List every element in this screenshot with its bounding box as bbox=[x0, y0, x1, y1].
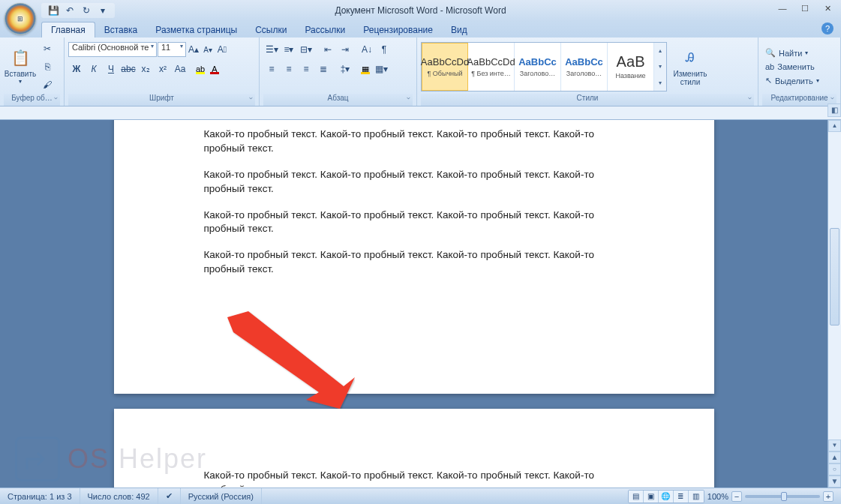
ruler[interactable] bbox=[0, 106, 841, 120]
tab-home[interactable]: Главная bbox=[41, 22, 95, 38]
ruler-toggle-icon[interactable]: ◧ bbox=[827, 104, 841, 117]
font-name-combo[interactable]: Calibri (Основной те bbox=[68, 42, 157, 57]
style-heading1[interactable]: AaBbCcЗаголово… bbox=[515, 43, 561, 91]
change-styles-icon: Ꭿ bbox=[680, 47, 701, 68]
help-icon[interactable]: ? bbox=[821, 22, 833, 34]
cut-icon[interactable]: ✂ bbox=[39, 40, 56, 57]
italic-button[interactable]: К bbox=[86, 61, 102, 77]
styles-gallery[interactable]: AaBbCcDd¶ Обычный AaBbCcDd¶ Без инте… Aa… bbox=[421, 42, 667, 92]
view-full-screen-icon[interactable]: ▣ bbox=[644, 490, 659, 502]
group-label-clipboard: Буфер об… bbox=[4, 94, 60, 106]
style-title[interactable]: АаВНазвание bbox=[608, 43, 654, 91]
tab-references[interactable]: Ссылки bbox=[246, 22, 296, 38]
view-print-layout-icon[interactable]: ▤ bbox=[629, 490, 644, 502]
format-painter-icon[interactable]: 🖌 bbox=[39, 76, 56, 93]
shrink-font-icon[interactable]: A▾ bbox=[201, 41, 215, 58]
zoom-level[interactable]: 100% bbox=[707, 492, 728, 501]
view-outline-icon[interactable]: ≣ bbox=[674, 490, 689, 502]
change-styles-button[interactable]: Ꭿ Изменить стили bbox=[669, 40, 711, 93]
line-spacing-icon[interactable]: ‡▾ bbox=[337, 61, 353, 77]
document-scroll[interactable]: Какой-то пробный текст. Какой-то пробный… bbox=[0, 120, 827, 488]
group-label-paragraph: Абзац bbox=[263, 94, 413, 106]
ribbon-tabs: Главная Вставка Разметка страницы Ссылки… bbox=[0, 21, 841, 38]
show-marks-icon[interactable]: ¶ bbox=[376, 41, 392, 58]
scroll-down-icon[interactable]: ▼ bbox=[828, 440, 841, 452]
font-size-combo[interactable]: 11 bbox=[158, 42, 186, 57]
scroll-up-icon[interactable]: ▲ bbox=[828, 120, 841, 132]
scroll-thumb[interactable] bbox=[830, 228, 839, 326]
change-case-button[interactable]: Aa bbox=[172, 61, 188, 77]
clear-format-icon[interactable]: A⃠ bbox=[215, 41, 229, 58]
subscript-button[interactable]: x₂ bbox=[137, 61, 154, 77]
zoom-in-button[interactable]: + bbox=[823, 491, 833, 502]
sort-icon[interactable]: A↓ bbox=[359, 41, 375, 58]
bullets-icon[interactable]: ☰▾ bbox=[263, 41, 280, 58]
maximize-button[interactable]: ☐ bbox=[794, 2, 815, 15]
numbering-icon[interactable]: ≡▾ bbox=[281, 41, 297, 58]
tab-review[interactable]: Рецензирование bbox=[354, 22, 442, 38]
group-paragraph: ☰▾ ≡▾ ⊟▾ ⇤ ⇥ A↓ ¶ ≡ ≡ ≡ ≣ ‡▾ ▦ ▦▾ bbox=[260, 38, 417, 106]
undo-icon[interactable]: ↶ bbox=[64, 4, 76, 16]
style-heading2[interactable]: AaBbCcЗаголово… bbox=[561, 43, 608, 91]
copy-icon[interactable]: ⎘ bbox=[39, 58, 56, 75]
paragraph[interactable]: Какой-то пробный текст. Какой-то пробный… bbox=[204, 469, 624, 488]
tab-mailings[interactable]: Рассылки bbox=[296, 22, 354, 38]
align-center-icon[interactable]: ≡ bbox=[281, 61, 297, 77]
title-bar: ⊞ 💾 ↶ ↻ ▾ Документ Microsoft Word - Micr… bbox=[0, 0, 841, 21]
document-area: Какой-то пробный текст. Какой-то пробный… bbox=[0, 120, 827, 488]
paste-button[interactable]: 📋 Вставить ▾ bbox=[4, 40, 37, 92]
minimize-button[interactable]: — bbox=[772, 2, 793, 15]
styles-more[interactable]: ▴▾▾ bbox=[654, 43, 666, 91]
group-editing: 🔍Найти▾ abЗаменить ↖Выделить▾ Редактиров… bbox=[758, 38, 841, 106]
save-icon[interactable]: 💾 bbox=[47, 4, 59, 16]
zoom-thumb[interactable] bbox=[781, 492, 787, 501]
prev-page-icon[interactable]: ▲ bbox=[828, 452, 841, 464]
status-language[interactable]: Русский (Россия) bbox=[181, 488, 262, 504]
tab-page-layout[interactable]: Разметка страницы bbox=[146, 22, 246, 38]
vertical-scrollbar[interactable]: ◧ ▲ ▼ ▲ ○ ▼ bbox=[827, 120, 841, 488]
shading-icon[interactable]: ▦ bbox=[359, 62, 372, 76]
redo-icon[interactable]: ↻ bbox=[80, 4, 92, 16]
font-color-button[interactable]: A bbox=[208, 62, 221, 76]
zoom-slider: − + bbox=[731, 491, 833, 502]
justify-icon[interactable]: ≣ bbox=[315, 61, 332, 77]
align-left-icon[interactable]: ≡ bbox=[263, 61, 280, 77]
next-page-icon[interactable]: ▼ bbox=[828, 476, 841, 488]
qat-more-icon[interactable]: ▾ bbox=[97, 4, 109, 16]
paragraph[interactable]: Какой-то пробный текст. Какой-то пробный… bbox=[204, 248, 624, 277]
find-icon: 🔍 bbox=[765, 48, 776, 58]
status-proofing[interactable]: ✔ bbox=[158, 488, 181, 504]
zoom-out-button[interactable]: − bbox=[731, 491, 742, 502]
paragraph[interactable]: Какой-то пробный текст. Какой-то пробный… bbox=[204, 208, 624, 237]
view-web-icon[interactable]: 🌐 bbox=[659, 490, 674, 502]
tab-insert[interactable]: Вставка bbox=[95, 22, 147, 38]
paragraph[interactable]: Какой-то пробный текст. Какой-то пробный… bbox=[204, 168, 624, 196]
highlight-color-button[interactable]: ab bbox=[194, 62, 207, 76]
select-button[interactable]: ↖Выделить▾ bbox=[762, 74, 822, 87]
tab-view[interactable]: Вид bbox=[442, 22, 476, 38]
close-button[interactable]: ✕ bbox=[817, 2, 838, 15]
quick-access-toolbar: 💾 ↶ ↻ ▾ bbox=[41, 3, 115, 18]
find-button[interactable]: 🔍Найти▾ bbox=[762, 46, 822, 59]
bold-button[interactable]: Ж bbox=[68, 61, 85, 77]
multilevel-icon[interactable]: ⊟▾ bbox=[298, 41, 314, 58]
replace-button[interactable]: abЗаменить bbox=[762, 61, 822, 73]
borders-icon[interactable]: ▦▾ bbox=[373, 61, 389, 77]
superscript-button[interactable]: x² bbox=[155, 61, 171, 77]
group-font: Calibri (Основной те 11 A▴ A▾ A⃠ Ж К Ч a… bbox=[65, 38, 260, 106]
strike-button[interactable]: abc bbox=[120, 61, 137, 77]
status-word-count[interactable]: Число слов: 492 bbox=[80, 488, 158, 504]
align-right-icon[interactable]: ≡ bbox=[298, 61, 314, 77]
status-page[interactable]: Страница: 1 из 3 bbox=[0, 488, 80, 504]
paragraph[interactable]: Какой-то пробный текст. Какой-то пробный… bbox=[204, 128, 624, 156]
underline-button[interactable]: Ч bbox=[103, 61, 119, 77]
view-draft-icon[interactable]: ▥ bbox=[689, 490, 704, 502]
zoom-track[interactable] bbox=[745, 495, 820, 498]
decrease-indent-icon[interactable]: ⇤ bbox=[320, 41, 336, 58]
office-button[interactable]: ⊞ bbox=[5, 3, 36, 34]
increase-indent-icon[interactable]: ⇥ bbox=[337, 41, 353, 58]
browse-object-icon[interactable]: ○ bbox=[828, 464, 841, 476]
grow-font-icon[interactable]: A▴ bbox=[187, 41, 200, 58]
style-no-spacing[interactable]: AaBbCcDd¶ Без инте… bbox=[468, 43, 515, 91]
style-normal[interactable]: AaBbCcDd¶ Обычный bbox=[422, 43, 468, 91]
